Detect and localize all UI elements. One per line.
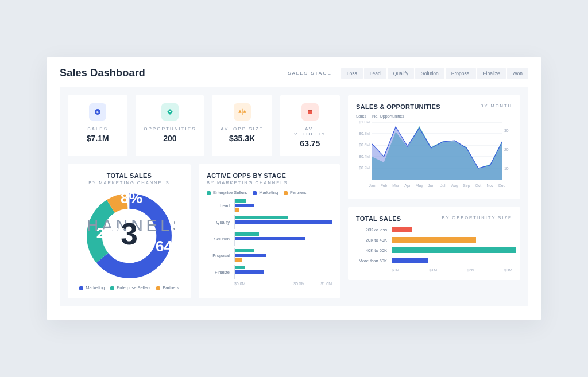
svg-text:64%: 64%	[156, 238, 175, 255]
svg-text:Apr: Apr	[404, 184, 411, 188]
tab-finalize[interactable]: Finalize	[477, 68, 505, 79]
card-active-opps-by-stage[interactable]: ACTIVE OPPS BY STAGE BY MARKETING CHANNE…	[199, 164, 340, 298]
hbar-legend: Enterprise Sellers Marketing Partners	[207, 190, 332, 195]
svg-rect-5	[308, 110, 312, 112]
stage-label: SALES STAGE	[288, 71, 332, 76]
dollar-icon: $	[89, 103, 106, 121]
card-sales-opportunities[interactable]: SALES & OPPORTUNITIES BY MONTH Sales No.…	[348, 95, 520, 199]
x-axis: $0.0M $0.5M $1.0M	[207, 282, 332, 286]
tab-loss[interactable]: Loss	[341, 68, 363, 79]
kpi-avg-velocity[interactable]: AV. VELOCITY 63.75	[280, 95, 340, 156]
calendar-icon	[301, 103, 319, 121]
card-total-sales-opp-size[interactable]: TOTAL SALES BY OPPORTUNITY SIZE 20K or l…	[348, 207, 520, 280]
kpi-avg-opp-size[interactable]: AV. OPP SIZE $35.3K	[212, 95, 272, 156]
legend-item: Sales	[356, 114, 366, 119]
kpi-label: SALES	[76, 126, 119, 131]
svg-text:20: 20	[504, 147, 509, 151]
kpi-value: $7.1M	[76, 134, 119, 143]
svg-text:Nov: Nov	[486, 184, 494, 188]
svg-text:27%: 27%	[96, 224, 127, 242]
section-title: TOTAL SALES	[356, 215, 401, 222]
svg-text:$0.6M: $0.6M	[359, 143, 370, 147]
legend-item: Partners	[156, 285, 179, 290]
area-chart: $1.0M$0.8M$0.6M$0.4M$0.2M302010JanFebMar…	[356, 120, 512, 189]
svg-text:Dec: Dec	[498, 184, 506, 188]
svg-text:30: 30	[504, 129, 509, 133]
svg-text:Jul: Jul	[440, 184, 446, 188]
svg-text:$0.2M: $0.2M	[359, 166, 370, 170]
section-right-label: BY OPPORTUNITY SIZE	[442, 215, 512, 220]
svg-text:Mar: Mar	[392, 184, 399, 188]
section-title: TOTAL SALES	[76, 172, 183, 179]
section-subtitle: BY MARKETING CHANNELS	[76, 180, 183, 185]
dashboard-page: Sales Dashboard SALES STAGE Loss Lead Qu…	[47, 57, 541, 320]
tab-proposal[interactable]: Proposal	[446, 68, 477, 79]
legend-item: Enterprise Sellers	[110, 285, 150, 290]
svg-text:$0.8M: $0.8M	[359, 131, 370, 135]
tab-won[interactable]: Won	[507, 68, 528, 79]
svg-text:Jun: Jun	[428, 184, 434, 188]
kpi-label: AV. VELOCITY	[288, 126, 332, 137]
kpi-value: 200	[144, 134, 196, 143]
hbar-chart: LeadQualifySolutionProposalFinalize	[207, 199, 332, 279]
tab-lead[interactable]: Lead	[364, 68, 386, 79]
header: Sales Dashboard SALES STAGE Loss Lead Qu…	[60, 67, 528, 79]
svg-text:Oct: Oct	[475, 184, 482, 188]
x-axis: $0M $1M $2M $3M	[356, 268, 512, 272]
kpi-sales[interactable]: $ SALES $7.1M	[68, 95, 127, 156]
svg-text:Sep: Sep	[463, 184, 470, 188]
kpi-opportunities[interactable]: OPPORTUNITIES 200	[136, 95, 204, 156]
legend-item: Marketing	[79, 285, 105, 290]
kpi-label: OPPORTUNITIES	[144, 126, 196, 131]
diamond-icon	[161, 103, 179, 121]
svg-text:10: 10	[504, 166, 509, 170]
page-title: Sales Dashboard	[60, 67, 145, 79]
svg-point-3	[169, 111, 171, 112]
section-subtitle: BY MARKETING CHANNELS	[207, 180, 332, 185]
legend-item: Partners	[284, 190, 306, 195]
donut-legend: Marketing Enterprise Sellers Partners	[79, 285, 179, 290]
kpi-value: 63.75	[288, 139, 332, 148]
scale-icon	[234, 103, 251, 121]
svg-text:May: May	[416, 184, 423, 188]
kpi-value: $35.3K	[220, 134, 264, 143]
section-title: SALES & OPPORTUNITIES	[356, 103, 440, 110]
svg-text:$0.4M: $0.4M	[359, 154, 370, 158]
legend-item: Marketing	[253, 190, 278, 195]
tab-solution[interactable]: Solution	[415, 68, 444, 79]
stage-filter: SALES STAGE Loss Lead Qualify Solution P…	[288, 68, 528, 79]
kpi-label: AV. OPP SIZE	[220, 126, 264, 131]
svg-text:Aug: Aug	[451, 184, 458, 188]
svg-text:8%: 8%	[121, 190, 143, 207]
tab-qualify[interactable]: Qualify	[388, 68, 414, 79]
section-right-label: BY MONTH	[481, 103, 512, 108]
svg-text:Feb: Feb	[381, 184, 388, 188]
stage-tabs: Loss Lead Qualify Solution Proposal Fina…	[340, 68, 528, 79]
svg-text:$1.0M: $1.0M	[359, 120, 370, 124]
donut-chart: CHANNELS 3 64% 27% 8%	[83, 190, 175, 282]
section-title: ACTIVE OPPS BY STAGE	[207, 172, 332, 179]
area-legend: Sales No. Opportunities	[356, 114, 512, 119]
hbar-chart: 20K or less20K to 40K40K to 60KMore than…	[356, 227, 512, 263]
card-total-sales-channels[interactable]: TOTAL SALES BY MARKETING CHANNELS CHANNE…	[68, 164, 191, 298]
legend-item: Enterprise Sellers	[207, 190, 247, 195]
legend-item: No. Opportunities	[372, 114, 404, 119]
svg-text:Jan: Jan	[369, 184, 376, 188]
